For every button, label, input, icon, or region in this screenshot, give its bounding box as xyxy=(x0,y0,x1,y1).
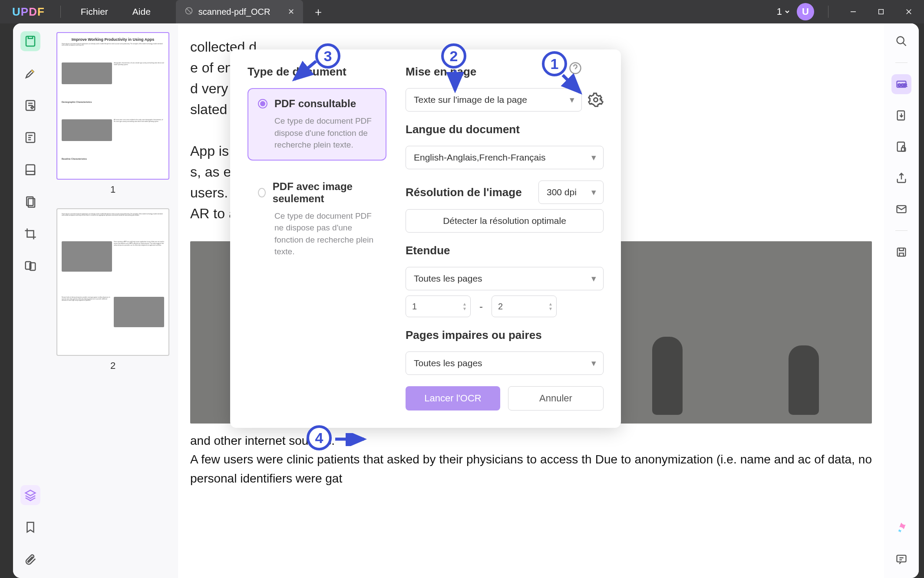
maximize-button[interactable] xyxy=(870,3,892,20)
ai-tool[interactable] xyxy=(891,518,911,538)
document-body-text: and other internet sources. A few users … xyxy=(190,431,872,488)
protect-tool[interactable] xyxy=(891,137,911,157)
resolution-title: Résolution de l'image xyxy=(406,186,522,199)
ocr-panel: Type de document PDF consultable Ce type… xyxy=(230,49,621,428)
form-tool[interactable] xyxy=(20,128,40,148)
help-icon[interactable] xyxy=(569,62,582,75)
svg-rect-6 xyxy=(26,171,35,175)
resolution-dropdown[interactable]: 300 dpi ▾ xyxy=(538,181,604,204)
svg-rect-21 xyxy=(897,555,906,562)
svg-rect-20 xyxy=(898,248,906,256)
svg-text:OCR: OCR xyxy=(898,83,907,87)
thumbnail-page-2[interactable]: Smart devices and internet-based applica… xyxy=(56,208,169,356)
gear-icon[interactable] xyxy=(588,92,604,108)
svg-point-12 xyxy=(594,98,598,102)
page-tool[interactable] xyxy=(20,160,40,180)
titlebar: UPDF Fichier Aide scanned-pdf_OCR ✕ ＋ 1 … xyxy=(0,0,924,23)
doc-type-title: Type de document xyxy=(248,65,386,79)
detect-resolution-button[interactable]: Détecter la résolution optimale xyxy=(406,209,604,233)
document-viewport[interactable]: collected d e of entry d d very simp sla… xyxy=(178,23,884,578)
svg-rect-5 xyxy=(26,165,35,175)
close-button[interactable] xyxy=(898,3,920,20)
chevron-down-icon: ▾ xyxy=(591,358,596,368)
search-tool[interactable] xyxy=(891,31,911,51)
option-image-only-pdf[interactable]: PDF avec image seulement Ce type de docu… xyxy=(248,171,386,267)
tab-close-icon[interactable]: ✕ xyxy=(288,7,294,16)
option-searchable-pdf[interactable]: PDF consultable Ce type de document PDF … xyxy=(248,88,386,161)
layout-dropdown[interactable]: Texte sur l'image de la page ▾ xyxy=(406,88,582,112)
radio-icon xyxy=(258,99,267,108)
app-logo: UPDF xyxy=(4,5,53,19)
range-to-input[interactable]: 2 ▲▼ xyxy=(492,296,557,317)
odd-even-title: Pages impaires ou paires xyxy=(406,328,604,342)
left-toolbar xyxy=(13,23,48,578)
svg-point-13 xyxy=(897,37,904,44)
menu-help[interactable]: Aide xyxy=(120,7,163,17)
window-count[interactable]: 1 xyxy=(777,6,791,17)
svg-rect-2 xyxy=(26,36,35,46)
menu-file[interactable]: Fichier xyxy=(69,7,120,17)
tab-doc-icon xyxy=(185,7,193,17)
chevron-down-icon: ▾ xyxy=(570,95,574,105)
convert-tool[interactable] xyxy=(891,105,911,125)
thumbnail-page-1[interactable]: Improve Working Productivity in Using Ap… xyxy=(56,32,169,180)
range-from-input[interactable]: 1 ▲▼ xyxy=(406,296,471,317)
divider xyxy=(60,6,61,18)
cancel-button[interactable]: Annuler xyxy=(508,386,604,411)
radio-icon xyxy=(258,188,266,197)
edit-tool[interactable] xyxy=(20,95,40,115)
thumbnail-number-1: 1 xyxy=(56,184,170,195)
svg-rect-1 xyxy=(879,10,884,14)
attachment-tool[interactable] xyxy=(20,549,40,569)
ocr-tool[interactable]: OCR xyxy=(891,74,911,94)
language-title: Langue du document xyxy=(406,123,604,136)
layers-tool[interactable] xyxy=(20,485,40,505)
launch-ocr-button[interactable]: Lancer l'OCR xyxy=(406,386,500,411)
document-tab[interactable]: scanned-pdf_OCR ✕ xyxy=(176,0,303,23)
chevron-down-icon: ▾ xyxy=(591,152,596,163)
tab-title: scanned-pdf_OCR xyxy=(198,7,271,17)
bookmark-tool[interactable] xyxy=(20,517,40,537)
range-title: Etendue xyxy=(406,244,604,257)
odd-even-dropdown[interactable]: Toutes les pages ▾ xyxy=(406,351,604,375)
compare-tool[interactable] xyxy=(20,256,40,276)
minimize-button[interactable] xyxy=(842,3,864,20)
chevron-down-icon: ▾ xyxy=(591,273,596,284)
crop-tool[interactable] xyxy=(20,224,40,244)
new-tab-button[interactable]: ＋ xyxy=(313,4,324,20)
user-avatar[interactable]: U xyxy=(797,3,814,20)
language-dropdown[interactable]: English-Anglais,French-Français ▾ xyxy=(406,146,604,169)
right-toolbar: OCR xyxy=(884,23,919,578)
comment-tool[interactable] xyxy=(891,549,911,569)
chevron-down-icon: ▾ xyxy=(591,187,596,197)
range-dropdown[interactable]: Toutes les pages ▾ xyxy=(406,267,604,290)
organize-tool[interactable] xyxy=(20,192,40,212)
thumbnail-number-2: 2 xyxy=(56,360,170,371)
email-tool[interactable] xyxy=(891,199,911,219)
save-tool[interactable] xyxy=(891,242,911,262)
thumbnail-panel: Improve Working Productivity in Using Ap… xyxy=(48,23,178,578)
share-tool[interactable] xyxy=(891,168,911,188)
highlight-tool[interactable] xyxy=(20,63,40,83)
reader-tool[interactable] xyxy=(20,31,40,51)
